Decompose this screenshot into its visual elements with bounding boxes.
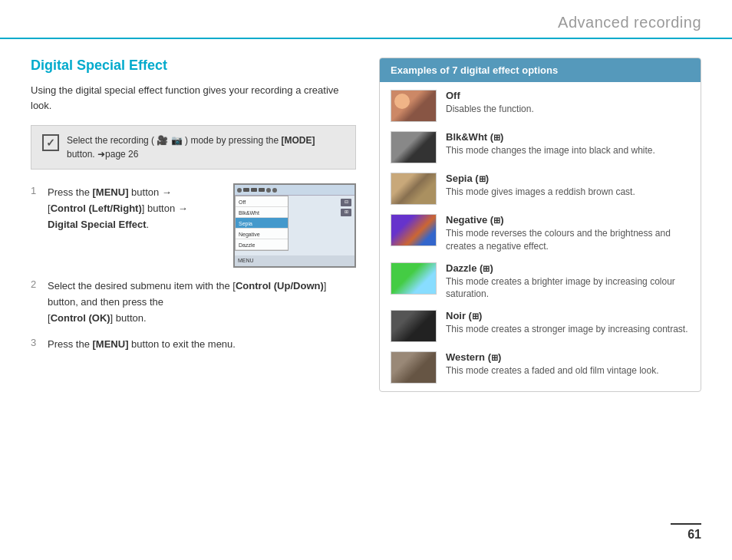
examples-content: Off Disables the function. Blk&Wht (⊞) T… (380, 82, 701, 391)
effect-info-dazzle: Dazzle (⊞) This mode creates a brighter … (446, 262, 690, 301)
effect-thumb-dazzle (391, 262, 437, 295)
effect-name-sepia: Sepia (⊞) (446, 173, 690, 184)
step-1: 1 (31, 185, 356, 268)
effect-blkwht: Blk&Wht (⊞) This mode changes the image … (391, 131, 690, 163)
effect-info-off: Off Disables the function. (446, 90, 690, 116)
step-1-lr: Control (Left/Right) (51, 203, 142, 214)
cam-rect-3 (259, 188, 265, 192)
step-2-content: Select the desired submenu item with the… (48, 278, 356, 326)
note-text: Select the recording ( 🎥 📷 ) mode by pre… (67, 133, 315, 161)
effect-name-western: Western (⊞) (446, 351, 690, 363)
note-box: ✓ Select the recording ( 🎥 📷 ) mode by p… (31, 125, 356, 170)
cam-r-icon-1: ⊟ (341, 199, 351, 206)
step-2-ok: Control (OK) (51, 312, 110, 324)
cam-dot-3 (272, 188, 277, 193)
camera-top-bar (235, 185, 354, 196)
effect-info-blkwht: Blk&Wht (⊞) This mode changes the image … (446, 131, 690, 157)
section-title: Digital Special Effect (31, 58, 356, 74)
cam-menu-sepia: Sepia (236, 218, 288, 229)
effect-thumb-off (391, 90, 437, 122)
cam-menu-off: Off (236, 196, 288, 207)
effect-info-noir: Noir (⊞) This mode creates a stronger im… (446, 310, 690, 336)
effect-info-western: Western (⊞) This mode creates a faded an… (446, 351, 690, 377)
examples-header: Examples of 7 digital effect options (380, 58, 701, 82)
effect-name-blkwht: Blk&Wht (⊞) (446, 131, 690, 143)
cam-right-icons: ⊟ ⊞ (341, 199, 351, 216)
effect-dazzle: Dazzle (⊞) This mode creates a brighter … (391, 262, 690, 301)
effect-name-dazzle: Dazzle (⊞) (446, 262, 690, 274)
effect-negative: Negative (⊞) This mode reverses the colo… (391, 214, 690, 253)
right-column: Examples of 7 digital effect options Off… (379, 58, 701, 392)
note-icon: ✓ (42, 134, 59, 151)
effect-info-negative: Negative (⊞) This mode reverses the colo… (446, 214, 690, 253)
effect-sepia: Sepia (⊞) This mode gives images a reddi… (391, 173, 690, 205)
step-1-dse: Digital Special Effect (48, 219, 147, 230)
intro-text: Using the digital special effect functio… (31, 83, 356, 113)
camera-menu: Off Blk&Wht Sepia Negative Dazzle (235, 196, 289, 251)
page-number: 61 (687, 528, 701, 542)
cam-r-icon-2: ⊞ (341, 209, 351, 216)
cam-menu-blkwht: Blk&Wht (236, 207, 288, 218)
effect-desc-western: This mode creates a faded and old film v… (446, 364, 690, 377)
cam-menu-neg: Negative (236, 229, 288, 239)
step-1-number: 1 (31, 185, 41, 196)
effect-desc-blkwht: This mode changes the image into black a… (446, 144, 690, 157)
effect-desc-off: Disables the function. (446, 103, 690, 116)
effect-info-sepia: Sepia (⊞) This mode gives images a reddi… (446, 173, 690, 199)
examples-box: Examples of 7 digital effect options Off… (379, 58, 701, 392)
cam-rect-1 (243, 188, 249, 192)
mode-bracket: [MODE] (281, 135, 315, 146)
effect-off: Off Disables the function. (391, 90, 690, 122)
effect-desc-noir: This mode creates a stronger image by in… (446, 323, 690, 336)
cam-bottom-bar: MENU (235, 255, 354, 266)
header-title: Advanced recording (558, 14, 701, 31)
effect-desc-dazzle: This mode creates a brighter image by in… (446, 275, 690, 301)
effect-desc-negative: This mode reverses the colours and the b… (446, 227, 690, 253)
step-2-ud: Control (Up/Down) (236, 280, 324, 292)
cam-menu-daz: Dazzle (236, 239, 288, 250)
effect-western: Western (⊞) This mode creates a faded an… (391, 351, 690, 384)
step-3: 3 Press the [MENU] button to exit the me… (31, 337, 356, 353)
effect-name-negative: Negative (⊞) (446, 214, 690, 226)
page-header: Advanced recording (0, 0, 732, 39)
left-column: Digital Special Effect Using the digital… (31, 58, 356, 392)
main-content: Digital Special Effect Using the digital… (0, 39, 732, 410)
effect-thumb-negative (391, 214, 437, 246)
camera-display: Off Blk&Wht Sepia Negative Dazzle ⊟ ⊞ ME… (233, 183, 356, 268)
cam-dot-1 (237, 188, 242, 193)
effect-thumb-blkwht (391, 131, 437, 163)
camera-video-icon: 🎥 📷 (157, 135, 182, 146)
effect-noir: Noir (⊞) This mode creates a stronger im… (391, 310, 690, 342)
effect-name-noir: Noir (⊞) (446, 310, 690, 321)
cam-rect-2 (251, 188, 257, 192)
cam-dot-2 (266, 188, 271, 193)
effect-desc-sepia: This mode gives images a reddish brown c… (446, 186, 690, 199)
effect-name-off: Off (446, 90, 690, 101)
step-1-menu: [MENU] (93, 186, 129, 198)
step-2: 2 Select the desired submenu item with t… (31, 278, 356, 326)
step-3-content: Press the [MENU] button to exit the menu… (48, 337, 356, 353)
effect-thumb-western (391, 351, 437, 384)
thumb-face-off (394, 94, 410, 109)
effect-thumb-noir (391, 310, 437, 342)
effect-thumb-sepia (391, 173, 437, 205)
step-2-number: 2 (31, 278, 41, 290)
page-number-line (671, 523, 701, 525)
step-1-content: Off Blk&Wht Sepia Negative Dazzle ⊟ ⊞ ME… (48, 185, 356, 268)
step-3-number: 3 (31, 337, 41, 348)
steps-section: 1 (31, 185, 356, 353)
step-3-menu: [MENU] (93, 338, 129, 350)
camera-screen: Off Blk&Wht Sepia Negative Dazzle ⊟ ⊞ ME… (233, 183, 356, 268)
